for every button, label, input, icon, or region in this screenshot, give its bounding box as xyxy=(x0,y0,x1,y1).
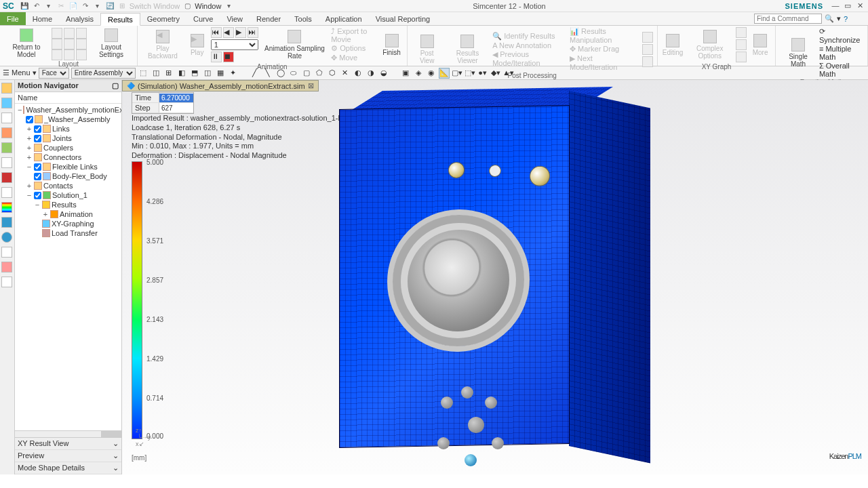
qb-icon[interactable]: ◈ xyxy=(413,68,424,79)
tree-node[interactable]: +Connectors xyxy=(16,152,120,162)
qb-icon[interactable]: ✕ xyxy=(340,68,351,79)
qb-icon[interactable]: ▦ xyxy=(215,68,226,79)
window-dd-icon[interactable]: ▾ xyxy=(224,1,233,11)
sampling-rate-button[interactable]: Animation Sampling Rate xyxy=(261,28,329,61)
stop-icon[interactable]: ⏹ xyxy=(223,52,234,62)
st-icon[interactable] xyxy=(1,247,12,258)
step-back-icon[interactable]: ◀ xyxy=(223,27,234,38)
qb-icon[interactable]: 📐 xyxy=(439,68,450,79)
tree-node[interactable]: +Joints xyxy=(16,134,120,143)
results-tab[interactable]: Results xyxy=(100,13,140,26)
qb-icon[interactable]: ◐ xyxy=(353,68,363,79)
selection-filter-2[interactable]: Entire Assembly xyxy=(71,68,136,79)
tree-node[interactable]: +Animation xyxy=(16,209,120,219)
undo-icon[interactable]: ↶ xyxy=(32,1,41,11)
tree-node[interactable]: −Flexible Links xyxy=(16,162,120,171)
help-icon[interactable]: ? xyxy=(844,15,848,23)
panel-preview[interactable]: Preview⌄ xyxy=(15,450,121,462)
st-icon[interactable] xyxy=(1,142,12,153)
qb-icon[interactable]: ◯ xyxy=(275,68,286,79)
tree-node[interactable]: −Results xyxy=(16,200,120,209)
qb-icon[interactable]: ▢ xyxy=(301,68,312,79)
time-input[interactable] xyxy=(159,94,193,102)
find-dd-icon[interactable]: ▾ xyxy=(837,14,841,23)
pause-icon[interactable]: ⏸ xyxy=(211,52,222,62)
qb-icon[interactable]: ⬚▾ xyxy=(465,68,475,79)
qb-icon[interactable]: ╱ xyxy=(250,68,260,79)
close-button[interactable]: ✕ xyxy=(854,1,865,11)
tree-node[interactable]: +Links xyxy=(16,124,120,134)
qb-icon[interactable]: ◫ xyxy=(202,68,213,79)
st-icon[interactable] xyxy=(1,172,12,183)
tree-node[interactable]: +Contacts xyxy=(16,181,120,190)
viewport[interactable]: 🔷 (Simulation) Washer_Assembly_motionExt… xyxy=(122,80,868,474)
minimize-button[interactable]: — xyxy=(830,1,841,11)
panel-mode-shape[interactable]: Mode Shape Details⌄ xyxy=(15,462,121,474)
tools-tab[interactable]: Tools xyxy=(288,12,319,25)
render-tab[interactable]: Render xyxy=(250,12,288,25)
panel-xy-result[interactable]: XY Result View⌄ xyxy=(15,438,121,450)
tree-root[interactable]: −Washer_Assembly_motionExtract xyxy=(16,105,120,115)
maximize-button[interactable]: ▭ xyxy=(842,1,853,11)
st-icon[interactable] xyxy=(1,98,12,108)
undo-dd-icon[interactable]: ▾ xyxy=(44,1,54,11)
qb-icon[interactable]: ◉ xyxy=(426,68,437,79)
qb-icon[interactable]: ⬚ xyxy=(138,68,149,79)
tree-node[interactable]: _Washer_Assembly xyxy=(16,115,120,124)
skip-end-icon[interactable]: ⏭ xyxy=(248,27,258,38)
find-command-input[interactable] xyxy=(754,14,822,24)
synchronize-button[interactable]: ⟳ Synchronize xyxy=(819,27,863,44)
more-xy-button[interactable]: More xyxy=(749,33,771,58)
qb-icon[interactable]: ╲ xyxy=(262,68,273,79)
qb-icon[interactable]: ●▾ xyxy=(477,68,488,79)
nav-pin-icon[interactable]: ▢ xyxy=(112,81,119,90)
qb-icon[interactable]: ⬡ xyxy=(327,68,338,79)
close-tab-icon[interactable]: ⊠ xyxy=(308,81,314,90)
multiple-math-button[interactable]: ≡ Multiple Math xyxy=(819,45,863,61)
file-tab[interactable]: File xyxy=(0,12,26,25)
qb-icon[interactable]: ▲▾ xyxy=(503,68,514,79)
qb-icon[interactable]: ◒ xyxy=(378,68,389,79)
skip-start-icon[interactable]: ⏮ xyxy=(211,27,222,38)
tree-node[interactable]: +Couplers xyxy=(16,143,120,152)
overall-math-button[interactable]: Σ Overall Math xyxy=(819,62,863,78)
qb-icon[interactable]: ⬒ xyxy=(189,68,200,79)
save-icon[interactable]: 💾 xyxy=(20,1,29,11)
window-label[interactable]: Window xyxy=(195,2,221,10)
st-icon[interactable] xyxy=(1,127,12,138)
tree-node[interactable]: Load Transfer xyxy=(16,228,120,238)
geometry-tab[interactable]: Geometry xyxy=(140,12,186,25)
viewport-tab[interactable]: 🔷 (Simulation) Washer_Assembly_motionExt… xyxy=(122,80,319,92)
step-fwd-icon[interactable]: ▶ xyxy=(235,27,246,38)
qb-icon[interactable]: ◆▾ xyxy=(490,68,501,79)
qb-icon[interactable]: ▢▾ xyxy=(452,68,462,79)
redo-dd-icon[interactable]: ▾ xyxy=(93,1,102,11)
tree-node[interactable]: −Solution_1 xyxy=(16,190,120,200)
repeat-icon[interactable]: 🔄 xyxy=(105,1,115,11)
layout-settings-button[interactable]: Layout Settings xyxy=(90,27,133,60)
st-icon[interactable] xyxy=(1,277,12,287)
tree-node[interactable]: XY-Graphing xyxy=(16,219,120,228)
menu-button[interactable]: ☰ Menu ▾ xyxy=(3,68,37,77)
find-search-icon[interactable]: 🔍 xyxy=(825,14,834,23)
redo-icon[interactable]: ↷ xyxy=(81,1,90,11)
qb-icon[interactable]: ⊞ xyxy=(163,68,174,79)
qb-icon[interactable]: ⬠ xyxy=(314,68,325,79)
single-math-button[interactable]: Single Math xyxy=(780,37,816,69)
st-icon[interactable] xyxy=(1,113,12,123)
window-icon[interactable]: ▢ xyxy=(182,1,192,11)
st-icon[interactable] xyxy=(1,232,12,243)
st-icon[interactable] xyxy=(1,202,12,213)
view-tab[interactable]: View xyxy=(220,12,250,25)
analysis-tab[interactable]: Analysis xyxy=(59,12,100,25)
qb-icon[interactable]: ⬭ xyxy=(288,68,299,79)
layout-grid[interactable] xyxy=(52,28,87,59)
qb-icon[interactable]: ◫ xyxy=(151,68,161,79)
st-icon[interactable] xyxy=(1,187,12,198)
finish-button[interactable]: Finish xyxy=(381,33,403,58)
curve-tab[interactable]: Curve xyxy=(186,12,220,25)
application-tab[interactable]: Application xyxy=(319,12,369,25)
st-icon[interactable] xyxy=(1,157,12,168)
return-to-model-button[interactable]: Return to Model xyxy=(4,27,49,60)
st-icon[interactable] xyxy=(1,83,12,94)
